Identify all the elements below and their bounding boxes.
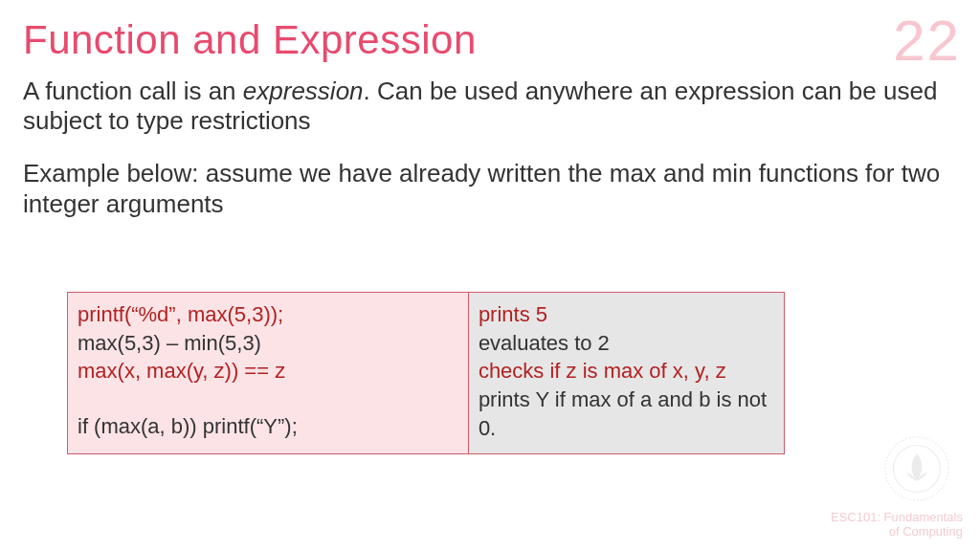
para1-emphasis: expression	[243, 77, 364, 105]
institute-logo-icon	[882, 434, 951, 503]
code-row-2: max(5,3) – min(5,3)	[78, 329, 458, 358]
result-row-3: checks if z is max of x, y, z	[479, 357, 774, 386]
example-code-column: printf(“%d”, max(5,3)); max(5,3) – min(5…	[68, 293, 469, 453]
para1-text-a: A function call is an	[23, 77, 243, 105]
body-text: A function call is an expression. Can be…	[23, 77, 942, 242]
footer-line-2: of Computing	[831, 524, 963, 540]
example-result-column: prints 5 evaluates to 2 checks if z is m…	[469, 293, 784, 453]
slide-title: Function and Expression	[23, 17, 477, 63]
result-row-2: evaluates to 2	[479, 329, 774, 358]
footer-course-label: ESC101: Fundamentals of Computing	[831, 510, 963, 540]
code-row-1: printf(“%d”, max(5,3));	[78, 300, 458, 329]
slide-number: 22	[893, 8, 961, 74]
result-row-1: prints 5	[479, 300, 774, 329]
result-row-4: prints Y if max of a and b is not 0.	[479, 386, 774, 442]
paragraph-1: A function call is an expression. Can be…	[23, 77, 942, 136]
code-row-3: max(x, max(y, z)) == z	[78, 357, 458, 386]
code-row-4: if (max(a, b)) printf(“Y”);	[78, 412, 458, 441]
footer-line-1: ESC101: Fundamentals	[831, 510, 963, 525]
paragraph-2: Example below: assume we have already wr…	[23, 159, 942, 218]
example-table: printf(“%d”, max(5,3)); max(5,3) – min(5…	[67, 292, 785, 454]
